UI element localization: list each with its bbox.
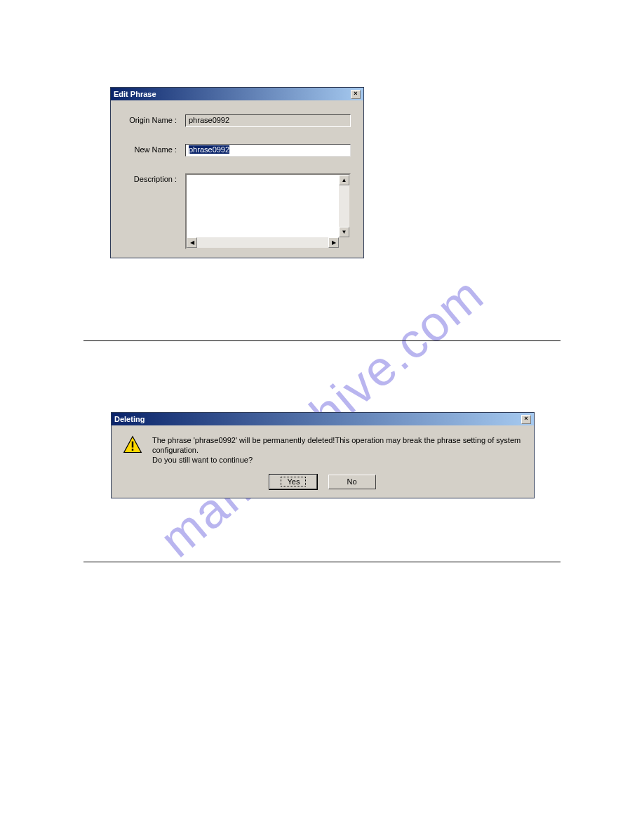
description-row: Description : ▲ ▼ ◀ ▶ [123,173,351,249]
description-content[interactable] [187,175,339,237]
origin-name-label: Origin Name : [123,114,185,124]
deleting-dialog: Deleting × The phrase 'phrase0992' will … [111,412,535,498]
new-name-row: New Name : phrase0992 [123,144,351,157]
scroll-corner [339,237,349,248]
divider-2 [83,562,561,562]
scroll-right-icon[interactable]: ▶ [328,237,339,248]
edit-body: Origin Name : phrase0992 New Name : phra… [111,100,363,258]
edit-titlebar[interactable]: Edit Phrase × [111,88,363,100]
description-label: Description : [123,173,185,183]
edit-phrase-dialog: Edit Phrase × Origin Name : phrase0992 N… [110,87,364,258]
no-button[interactable]: No [328,475,376,489]
new-name-label: New Name : [123,144,185,154]
svg-rect-1 [132,442,133,448]
delete-message-line2: Do you still want to continue? [152,455,523,465]
horizontal-scrollbar[interactable]: ◀ ▶ [187,237,339,248]
scroll-left-icon[interactable]: ◀ [187,237,197,248]
delete-body: The phrase 'phrase0992' will be permanen… [112,425,534,498]
new-name-field[interactable]: phrase0992 [185,144,351,157]
scroll-track-vertical[interactable] [339,185,349,227]
vertical-scrollbar[interactable]: ▲ ▼ [339,175,349,237]
svg-rect-2 [132,449,133,451]
delete-button-row: Yes No [123,475,523,489]
edit-title: Edit Phrase [114,90,156,98]
description-field[interactable]: ▲ ▼ ◀ ▶ [185,173,351,249]
divider-1 [83,340,561,341]
new-name-selection: phrase0992 [189,145,229,154]
delete-message-line1: The phrase 'phrase0992' will be permanen… [152,435,523,455]
scroll-up-icon[interactable]: ▲ [339,175,349,185]
warning-icon [123,435,142,455]
origin-name-field: phrase0992 [185,114,351,127]
origin-name-row: Origin Name : phrase0992 [123,114,351,127]
close-icon[interactable]: × [521,415,531,424]
scroll-track-horizontal[interactable] [197,237,328,248]
close-icon[interactable]: × [351,90,361,99]
delete-message: The phrase 'phrase0992' will be permanen… [152,435,523,465]
delete-titlebar[interactable]: Deleting × [112,413,534,425]
yes-button[interactable]: Yes [269,475,317,489]
scroll-down-icon[interactable]: ▼ [339,227,349,237]
delete-title: Deleting [114,415,145,423]
